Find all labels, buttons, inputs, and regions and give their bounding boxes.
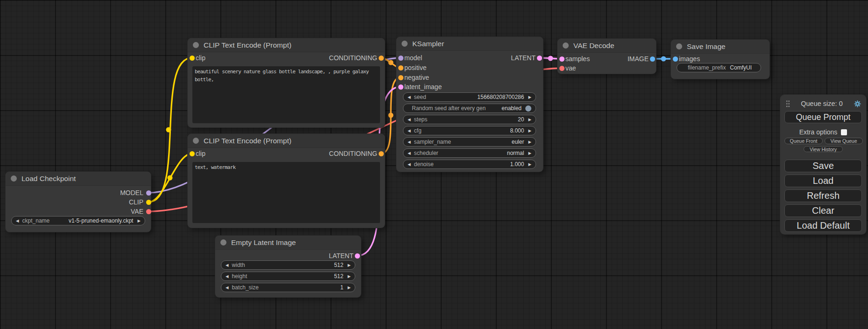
link-midpoint-dot: [168, 175, 173, 181]
port-conditioning-output[interactable]: [379, 56, 384, 61]
stepper-right-icon[interactable]: ▶: [528, 140, 531, 144]
node-title-bar[interactable]: CLIP Text Encode (Prompt): [188, 134, 385, 148]
port-image-output[interactable]: [650, 56, 655, 62]
port-conditioning-output[interactable]: [379, 151, 384, 156]
input-label-samples: samples: [565, 55, 590, 63]
collapse-dot-icon[interactable]: [193, 42, 199, 48]
node-empty-latent-image[interactable]: Empty Latent Image LATENT ◀ width 512 ▶ …: [215, 236, 361, 297]
collapse-dot-icon[interactable]: [563, 42, 569, 49]
prompt-textarea[interactable]: text, watermark: [192, 162, 380, 223]
scheduler-widget[interactable]: ◀ scheduler normal ▶: [403, 148, 536, 158]
port-latent-image-input[interactable]: [398, 84, 403, 90]
stepper-left-icon[interactable]: ◀: [226, 286, 229, 290]
clear-button[interactable]: Clear: [784, 204, 862, 217]
stepper-left-icon[interactable]: ◀: [408, 162, 411, 167]
port-samples-input[interactable]: [559, 56, 565, 62]
port-clip-output[interactable]: [146, 200, 151, 205]
stepper-left-icon[interactable]: ◀: [408, 95, 411, 99]
collapse-dot-icon[interactable]: [402, 41, 408, 47]
output-label-latent: LATENT: [511, 54, 536, 62]
widget-value: enabled: [501, 105, 522, 112]
node-load-checkpoint[interactable]: Load Checkpoint MODEL CLIP VAE ◀ ckpt_na…: [6, 172, 151, 232]
node-title: KSampler: [412, 40, 444, 48]
random-seed-toggle-widget[interactable]: Random seed after every gen enabled: [403, 104, 536, 113]
node-title-bar[interactable]: Save Image: [671, 40, 769, 54]
stepper-right-icon[interactable]: ▶: [347, 263, 351, 267]
port-negative-input[interactable]: [398, 75, 403, 80]
port-model-input[interactable]: [398, 56, 403, 61]
port-positive-input[interactable]: [398, 65, 403, 70]
node-save-image[interactable]: Save Image images filename_prefix ComfyU…: [671, 40, 769, 79]
gear-icon[interactable]: [854, 100, 861, 108]
steps-widget[interactable]: ◀ steps 20 ▶: [403, 115, 536, 124]
seed-widget[interactable]: ◀ seed 156680208700286 ▶: [403, 92, 536, 102]
collapse-dot-icon[interactable]: [220, 239, 226, 245]
stepper-right-icon[interactable]: ▶: [528, 151, 531, 155]
port-vae-output[interactable]: [146, 209, 151, 214]
stepper-right-icon[interactable]: ▶: [528, 118, 531, 122]
stepper-left-icon[interactable]: ◀: [408, 118, 411, 122]
node-clip-text-encode-negative[interactable]: CLIP Text Encode (Prompt) clip CONDITION…: [188, 134, 385, 228]
output-label-conditioning: CONDITIONING: [329, 150, 377, 157]
toggle-on-icon[interactable]: [525, 105, 531, 112]
filename-prefix-widget[interactable]: filename_prefix ComfyUI: [677, 63, 761, 72]
node-vae-decode[interactable]: VAE Decode samples IMAGE vae: [557, 39, 656, 74]
save-button[interactable]: Save: [784, 160, 862, 172]
port-clip-input[interactable]: [190, 56, 195, 61]
stepper-right-icon[interactable]: ▶: [137, 219, 141, 223]
load-button[interactable]: Load: [784, 175, 862, 187]
queue-prompt-button[interactable]: Queue Prompt: [784, 111, 862, 123]
batch-size-widget[interactable]: ◀ batch_size 1 ▶: [221, 283, 355, 292]
node-ksampler[interactable]: KSampler model LATENT positive negative …: [396, 37, 543, 172]
port-vae-input[interactable]: [559, 66, 565, 71]
collapse-dot-icon[interactable]: [193, 138, 199, 144]
node-title-bar[interactable]: KSampler: [396, 37, 543, 51]
stepper-left-icon[interactable]: ◀: [408, 151, 411, 155]
stepper-left-icon[interactable]: ◀: [226, 274, 229, 279]
collapse-dot-icon[interactable]: [11, 175, 17, 182]
node-graph-canvas[interactable]: Load Checkpoint MODEL CLIP VAE ◀ ckpt_na…: [0, 0, 868, 329]
view-history-button[interactable]: View History: [804, 146, 843, 152]
node-title-bar[interactable]: Load Checkpoint: [6, 172, 151, 186]
input-label-negative: negative: [404, 74, 429, 81]
stepper-left-icon[interactable]: ◀: [226, 263, 229, 267]
port-clip-input[interactable]: [190, 151, 195, 156]
stepper-left-icon[interactable]: ◀: [408, 129, 411, 133]
extra-options-checkbox[interactable]: [841, 129, 847, 135]
stepper-right-icon[interactable]: ▶: [528, 162, 531, 167]
stepper-left-icon[interactable]: ◀: [16, 219, 19, 223]
widget-label: steps: [414, 116, 428, 123]
node-title-bar[interactable]: Empty Latent Image: [215, 236, 361, 250]
node-clip-text-encode-positive[interactable]: CLIP Text Encode (Prompt) clip CONDITION…: [188, 38, 385, 127]
load-default-button[interactable]: Load Default: [784, 219, 862, 232]
port-latent-output[interactable]: [355, 253, 360, 259]
node-title-bar[interactable]: CLIP Text Encode (Prompt): [188, 38, 385, 52]
port-latent-output[interactable]: [537, 56, 542, 61]
port-images-input[interactable]: [673, 56, 678, 62]
output-label-image: IMAGE: [628, 55, 649, 63]
stepper-left-icon[interactable]: ◀: [408, 140, 411, 144]
stepper-right-icon[interactable]: ▶: [528, 129, 531, 133]
widget-value: normal: [507, 150, 524, 156]
node-title-bar[interactable]: VAE Decode: [557, 39, 656, 53]
stepper-right-icon[interactable]: ▶: [347, 274, 351, 279]
drag-handle-icon[interactable]: [786, 100, 790, 108]
prompt-textarea[interactable]: beautiful scenery nature glass bottle la…: [192, 66, 380, 123]
link-midpoint-dot: [388, 113, 394, 118]
height-widget[interactable]: ◀ height 512 ▶: [221, 272, 355, 281]
stepper-right-icon[interactable]: ▶: [528, 95, 531, 99]
sampler-name-widget[interactable]: ◀ sampler_name euler ▶: [403, 137, 536, 147]
width-widget[interactable]: ◀ width 512 ▶: [221, 260, 355, 270]
extra-options-label: Extra options: [799, 128, 838, 136]
ckpt-name-widget[interactable]: ◀ ckpt_name v1-5-pruned-emaonly.ckpt ▶: [11, 216, 145, 225]
input-label-clip: clip: [196, 54, 205, 62]
view-queue-button[interactable]: View Queue: [825, 138, 863, 144]
cfg-widget[interactable]: ◀ cfg 8.000 ▶: [403, 126, 536, 135]
widget-label: ckpt_name: [22, 217, 50, 224]
refresh-button[interactable]: Refresh: [784, 189, 862, 202]
queue-front-button[interactable]: Queue Front: [784, 138, 823, 144]
stepper-right-icon[interactable]: ▶: [347, 286, 351, 290]
port-model-output[interactable]: [146, 190, 151, 196]
denoise-widget[interactable]: ◀ denoise 1.000 ▶: [403, 160, 536, 169]
collapse-dot-icon[interactable]: [676, 43, 682, 49]
